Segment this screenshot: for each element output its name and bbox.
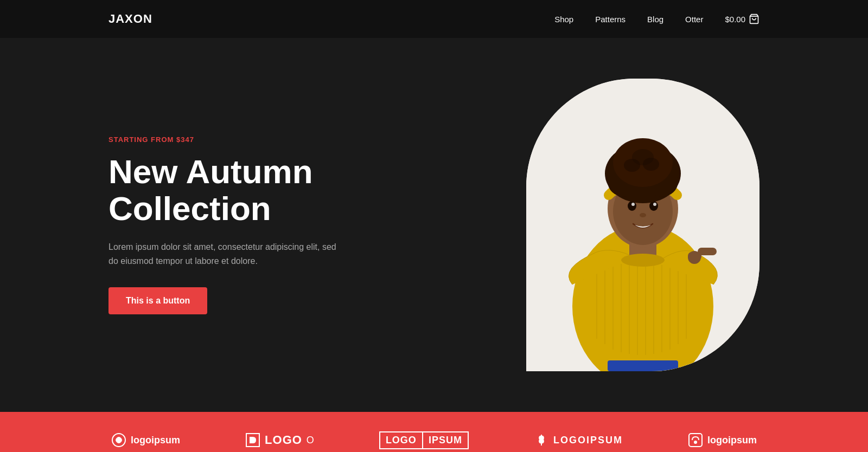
hero-content: STARTING FROM $347 New Autumn Collection… — [108, 135, 380, 315]
svg-point-22 — [640, 213, 646, 217]
cart-button[interactable]: $0.00 — [725, 14, 760, 24]
nav-shop[interactable]: Shop — [554, 15, 573, 24]
svg-point-20 — [631, 203, 635, 206]
logo4-text: LOGOIPSUM — [553, 435, 623, 446]
logo5-icon — [688, 432, 703, 448]
logo4-icon — [534, 432, 549, 448]
nav-otter[interactable]: Otter — [685, 15, 703, 24]
logo2-text2: O — [307, 435, 314, 446]
main-nav: Shop Patterns Blog Otter $0.00 — [554, 14, 760, 24]
nav-blog[interactable]: Blog — [647, 15, 663, 24]
logo3-box: LOGO — [379, 431, 423, 449]
cta-button[interactable]: This is a button — [108, 287, 207, 314]
svg-point-43 — [694, 441, 697, 444]
logo-item-5: logoipsum — [688, 432, 757, 448]
logo5-text: logoipsum — [707, 435, 757, 446]
svg-rect-42 — [689, 434, 702, 447]
header: JAXON Shop Patterns Blog Otter $0.00 — [0, 0, 868, 38]
logo3-text: IPSUM — [423, 431, 469, 449]
hero-person-illustration — [526, 79, 760, 371]
svg-point-34 — [621, 254, 665, 267]
svg-point-29 — [632, 149, 654, 165]
hero-image-container — [526, 79, 760, 371]
cart-price: $0.00 — [725, 15, 745, 24]
logo1-text: logoipsum — [131, 435, 180, 446]
site-logo[interactable]: JAXON — [108, 12, 152, 26]
nav-patterns[interactable]: Patterns — [595, 15, 626, 24]
logo2-icon — [245, 432, 260, 448]
hero-section: STARTING FROM $347 New Autumn Collection… — [0, 38, 868, 412]
logo2-text: LOGO — [265, 433, 302, 447]
logo-item-4: LOGOIPSUM — [534, 432, 623, 448]
logo1-icon — [111, 432, 126, 448]
hero-title: New Autumn Collection — [108, 153, 380, 227]
logo-item-3: LOGO IPSUM — [379, 431, 469, 449]
logo-item-1: logoipsum — [111, 432, 180, 448]
cart-icon — [749, 14, 760, 24]
hero-image-bg — [526, 79, 760, 371]
logos-bar: logoipsum LOGO O LOGO IPSUM LOGOIPSUM — [0, 412, 868, 452]
hero-description: Lorem ipsum dolor sit amet, consectetur … — [108, 240, 347, 268]
hero-starting-from: STARTING FROM $347 — [108, 135, 380, 144]
logo-item-2: LOGO O — [245, 432, 314, 448]
svg-rect-33 — [608, 360, 678, 371]
svg-rect-32 — [698, 248, 717, 255]
svg-point-21 — [653, 203, 656, 206]
